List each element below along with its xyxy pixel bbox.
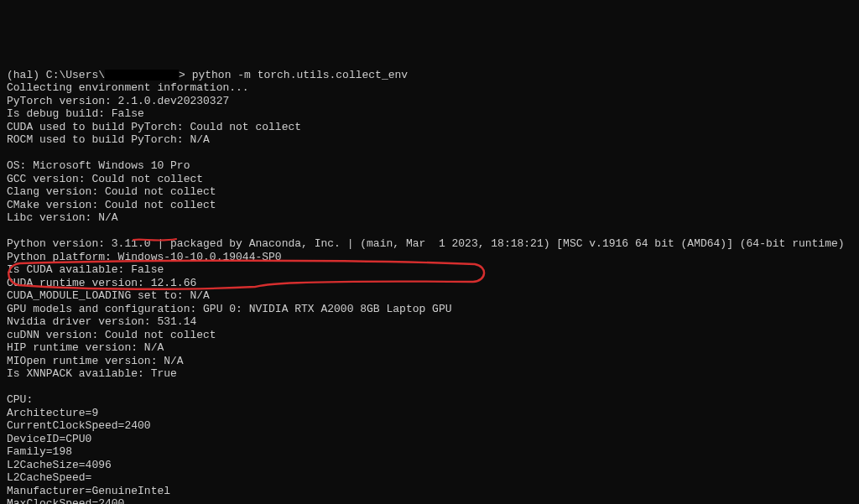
terminal-output[interactable]: (hal) C:\Users\> python -m torch.utils.c… [7, 55, 852, 504]
output-line: Is CUDA available: False [7, 263, 164, 276]
redacted-username [105, 70, 179, 81]
output-line: L2CacheSize=4096 [7, 459, 112, 471]
output-line: HIP runtime version: N/A [7, 341, 164, 354]
cwd-prefix: C:\Users\ [46, 69, 105, 81]
output-line: Clang version: Could not collect [7, 185, 216, 198]
output-line: Python version: 3.11.0 | packaged by Ana… [7, 237, 845, 250]
output-line: Family=198 [7, 445, 72, 458]
output-line: Collecting environment information... [7, 81, 249, 94]
output-line: MIOpen runtime version: N/A [7, 355, 184, 367]
command-text: python -m torch.utils.collect_env [192, 69, 408, 81]
output-line: Python platform: Windows-10-10.0.19044-S… [7, 251, 282, 263]
output-line: MaxClockSpeed=2400 [7, 497, 124, 504]
output-line: CurrentClockSpeed=2400 [7, 419, 151, 432]
output-line: cuDNN version: Could not collect [7, 329, 216, 341]
output-line: Is debug build: False [7, 107, 144, 120]
output-line: Nvidia driver version: 531.14 [7, 315, 196, 328]
cwd-suffix: > [179, 69, 192, 81]
output-line: GPU models and configuration: GPU 0: NVI… [7, 303, 452, 315]
output-line: OS: Microsoft Windows 10 Pro [7, 159, 190, 172]
output-line: Architecture=9 [7, 407, 98, 419]
prompt-line: (hal) C:\Users\> python -m torch.utils.c… [7, 69, 408, 81]
output-line: CMake version: Could not collect [7, 199, 216, 211]
output-line: GCC version: Could not collect [7, 173, 203, 185]
output-line: CUDA runtime version: 12.1.66 [7, 277, 196, 289]
output-line: Manufacturer=GenuineIntel [7, 485, 170, 497]
output-line: Libc version: N/A [7, 211, 118, 224]
output-line: CUDA used to build PyTorch: Could not co… [7, 121, 301, 133]
output-line: ROCM used to build PyTorch: N/A [7, 133, 210, 146]
output-line: DeviceID=CPU0 [7, 433, 91, 445]
output-line: L2CacheSpeed= [7, 471, 91, 484]
output-line: Is XNNPACK available: True [7, 367, 177, 380]
conda-env: (hal) [7, 69, 39, 81]
output-line: CPU: [7, 393, 33, 406]
output-line: PyTorch version: 2.1.0.dev20230327 [7, 95, 229, 107]
output-line: CUDA_MODULE_LOADING set to: N/A [7, 289, 210, 302]
